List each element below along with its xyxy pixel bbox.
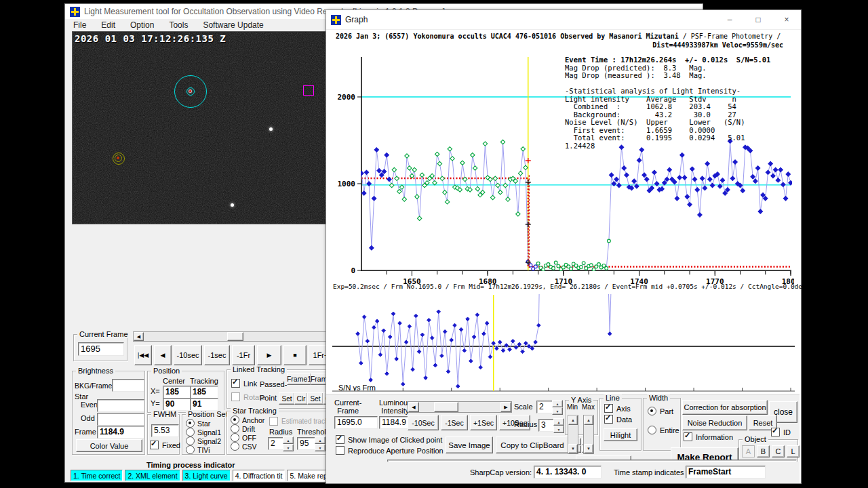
menu-item-software-update[interactable]: Software Update [203, 20, 263, 30]
axis-checkbox[interactable]: Axis [604, 404, 631, 413]
graph-close-icon[interactable]: × [772, 12, 801, 27]
x-tracking-field[interactable]: 185 [190, 386, 218, 399]
radio-star-tracking-csv[interactable]: CSV [231, 442, 264, 451]
frame1-button[interactable]: Frame1 [287, 373, 311, 385]
y-max-scrollbar[interactable]: ▲▼ [583, 415, 594, 454]
star-tracking-title: Star Tracking [231, 407, 279, 415]
axis-box[interactable] [604, 404, 613, 413]
reproduce-aperture-label: Reproduce Aperture Position [348, 447, 443, 455]
slider-thumb[interactable] [434, 402, 458, 412]
noise-reduction-button[interactable]: Noise Reduction [682, 415, 747, 430]
star-tracking-radio-circle[interactable] [231, 442, 239, 451]
playback-button-0[interactable]: |◀◀ [134, 345, 152, 365]
slider-right-arrow-icon[interactable]: ▶ [500, 402, 511, 412]
current-frame-field[interactable]: 1695 [78, 342, 124, 356]
playback-button-6[interactable]: ■ [283, 345, 307, 365]
information-checkbox[interactable]: Information [684, 432, 733, 441]
position-set-radio-circle[interactable] [186, 419, 195, 428]
link-checkbox-box[interactable] [231, 379, 240, 388]
playback-button-4[interactable]: -1Fr [232, 345, 255, 365]
object-button-l[interactable]: L [787, 445, 800, 458]
clr1-button[interactable]: Clr [294, 392, 308, 405]
reproduce-aperture-box[interactable] [336, 446, 344, 455]
graph-radius-spinner[interactable]: ▲▼ [553, 418, 564, 433]
graph-current-frame-field[interactable]: 1695.0 [334, 416, 378, 429]
scrollbar-thumb[interactable] [227, 332, 243, 341]
part-radio-circle[interactable] [648, 407, 656, 415]
playback-button-2[interactable]: -10sec [174, 345, 202, 365]
id-box[interactable] [771, 428, 780, 436]
slider-left-arrow-icon[interactable]: ◀ [408, 402, 419, 412]
id-checkbox[interactable]: ID [771, 428, 791, 436]
data-checkbox[interactable]: Data [604, 415, 632, 424]
sharpcap-version-field[interactable]: 4. 1. 13343. 0 [534, 466, 601, 479]
graph-titlebar[interactable]: Graph – □ × [326, 10, 801, 30]
playback-button-5[interactable]: ▶ [257, 345, 281, 365]
reproduce-aperture-checkbox[interactable]: Reproduce Aperture Position [336, 446, 443, 455]
hilight-button[interactable]: Hilight [604, 428, 637, 441]
entire-radio-circle[interactable] [648, 426, 656, 434]
timestamp-indicates-field[interactable]: FrameStart [686, 466, 766, 479]
frame-scrollbar[interactable]: ◀ [133, 331, 327, 342]
radio-position-set-tivi[interactable]: TIVi [186, 445, 221, 454]
radio-star-tracking-off[interactable]: OFF [231, 433, 264, 442]
data-box[interactable] [604, 415, 613, 424]
fixed-checkbox-box[interactable] [150, 441, 159, 449]
save-image-button[interactable]: Save Image [446, 436, 493, 453]
entire-radio[interactable]: Entire [648, 426, 679, 434]
playback-button-3[interactable]: -1sec [204, 345, 230, 365]
star-tracking-radio-circle[interactable] [231, 433, 239, 442]
show-image-box[interactable] [336, 435, 344, 444]
menu-item-option[interactable]: Option [130, 20, 154, 30]
radio-star-tracking-anchor[interactable]: Anchor [231, 415, 264, 424]
fixed-checkbox[interactable]: Fixed [150, 441, 180, 449]
fwhm-field[interactable]: 5.53 [151, 424, 179, 437]
menu-item-file[interactable]: File [73, 20, 86, 30]
bkg-frame-field[interactable] [112, 379, 144, 392]
x-center-field[interactable]: 185 [163, 386, 191, 399]
frame-brightness-field[interactable]: 1184.9 [97, 426, 144, 439]
radio-position-set-star[interactable]: Star [186, 419, 221, 428]
position-set-radio-circle[interactable] [186, 428, 195, 436]
set1-button[interactable]: Set [279, 392, 295, 405]
comparison-aperture-square[interactable] [303, 85, 314, 96]
object-button-c[interactable]: C [772, 445, 785, 458]
link-checkbox[interactable]: Link [231, 379, 257, 388]
correction-absorption-button[interactable]: Correction for absorption [682, 400, 768, 415]
information-box[interactable] [684, 432, 692, 441]
star-tracking-radio-circle[interactable] [231, 415, 239, 424]
graph-minimize-icon[interactable]: – [715, 12, 744, 27]
y-min-scrollbar[interactable]: ▲▼ [568, 415, 578, 454]
threshold-spinner[interactable]: ▲▼ [315, 436, 326, 451]
show-image-checkbox[interactable]: Show Image of Clicked point [336, 435, 442, 444]
playback-button-1[interactable]: ◀ [154, 345, 172, 365]
position-set-radio-circle[interactable] [186, 445, 195, 454]
part-radio[interactable]: Part [648, 407, 673, 415]
radio-position-set-signal2[interactable]: Signal2 [186, 436, 221, 445]
star-tracking-radio-circle[interactable] [231, 424, 239, 433]
sn-residual-chart[interactable]: S/N vs Frm [332, 293, 795, 392]
radio-position-set-signal1[interactable]: Signal1 [186, 428, 221, 436]
odd-field[interactable] [97, 413, 144, 426]
scrollbar-left-arrow-icon[interactable]: ◀ [134, 332, 144, 341]
color-value-button[interactable]: Color Value [76, 439, 142, 452]
sec-button-10Sec[interactable]: -10Sec [408, 415, 439, 430]
menu-item-tools[interactable]: Tools [169, 20, 188, 30]
tracking-radius-spinner[interactable]: ▲▼ [283, 436, 294, 451]
scale-spinner[interactable]: ▲▼ [552, 400, 563, 415]
copy-clipboard-button[interactable]: Copy to ClipBoard [496, 436, 569, 453]
sec-button-1Sec[interactable]: -1Sec [441, 415, 468, 430]
position-set-radio-circle[interactable] [186, 436, 195, 445]
even-field[interactable] [97, 399, 144, 412]
y-center-field[interactable]: 90 [163, 398, 191, 411]
graph-frame-slider[interactable]: ◀ ▶ [408, 401, 512, 413]
object-button-b[interactable]: B [757, 445, 770, 458]
sec-button-1Sec[interactable]: +1Sec [470, 415, 497, 430]
y-tracking-field[interactable]: 91 [190, 398, 218, 411]
menu-item-edit[interactable]: Edit [101, 20, 115, 30]
graph-maximize-icon[interactable]: □ [744, 12, 772, 27]
entire-label: Entire [660, 426, 679, 434]
radio-star-tracking-drift[interactable]: Drift [231, 424, 264, 433]
video-frame[interactable]: 2026 01 03 17:12:26:135 Z [72, 31, 330, 224]
set2-button[interactable]: Set [307, 392, 323, 405]
